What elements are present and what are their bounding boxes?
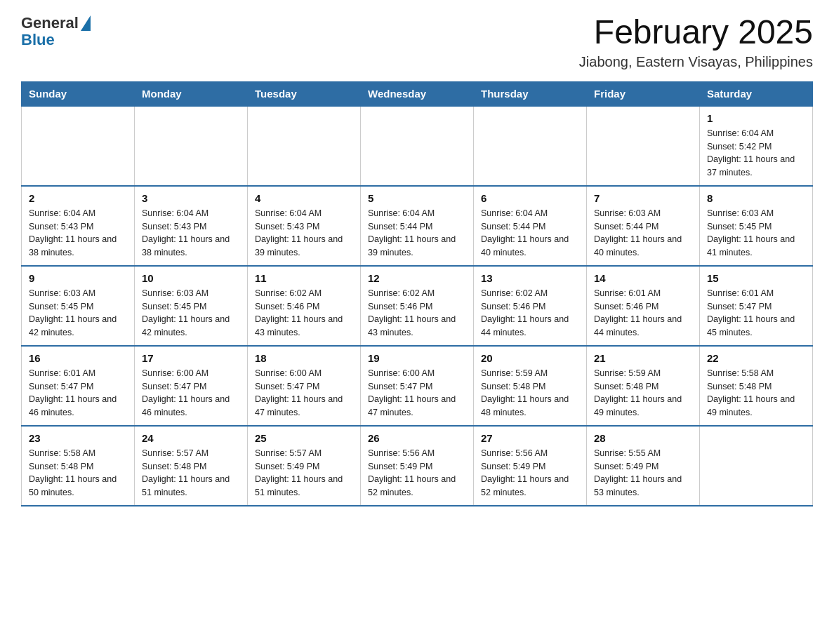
title-area: February 2025 Jiabong, Eastern Visayas, … [579,14,813,70]
page-header: General Blue February 2025 Jiabong, East… [21,14,813,70]
calendar-cell-w3-d4: 20Sunrise: 5:59 AMSunset: 5:48 PMDayligh… [474,346,587,426]
day-number-8: 8 [707,192,805,204]
logo-general-text: General [21,14,79,32]
day-info-16: Sunrise: 6:01 AMSunset: 5:47 PMDaylight:… [29,367,127,420]
week-row-2: 9Sunrise: 6:03 AMSunset: 5:45 PMDaylight… [22,266,813,346]
calendar-cell-w1-d0: 2Sunrise: 6:04 AMSunset: 5:43 PMDaylight… [22,186,135,266]
day-number-24: 24 [142,432,240,444]
day-info-2: Sunrise: 6:04 AMSunset: 5:43 PMDaylight:… [29,207,127,260]
week-row-1: 2Sunrise: 6:04 AMSunset: 5:43 PMDaylight… [22,186,813,266]
day-number-27: 27 [481,432,579,444]
calendar-cell-w0-d0 [22,106,135,186]
day-info-19: Sunrise: 6:00 AMSunset: 5:47 PMDaylight:… [368,367,466,420]
calendar-cell-w3-d3: 19Sunrise: 6:00 AMSunset: 5:47 PMDayligh… [361,346,474,426]
day-number-7: 7 [594,192,692,204]
day-info-27: Sunrise: 5:56 AMSunset: 5:49 PMDaylight:… [481,447,579,499]
logo: General Blue [21,14,91,49]
calendar-cell-w2-d1: 10Sunrise: 6:03 AMSunset: 5:45 PMDayligh… [135,266,248,346]
calendar-cell-w3-d6: 22Sunrise: 5:58 AMSunset: 5:48 PMDayligh… [700,346,813,426]
day-number-6: 6 [481,192,579,204]
calendar-cell-w0-d6: 1Sunrise: 6:04 AMSunset: 5:42 PMDaylight… [700,106,813,186]
day-info-21: Sunrise: 5:59 AMSunset: 5:48 PMDaylight:… [594,367,692,420]
day-number-25: 25 [255,432,353,444]
calendar-cell-w2-d4: 13Sunrise: 6:02 AMSunset: 5:46 PMDayligh… [474,266,587,346]
calendar-cell-w2-d2: 11Sunrise: 6:02 AMSunset: 5:46 PMDayligh… [248,266,361,346]
calendar-cell-w3-d2: 18Sunrise: 6:00 AMSunset: 5:47 PMDayligh… [248,346,361,426]
day-number-10: 10 [142,272,240,284]
calendar-cell-w4-d2: 25Sunrise: 5:57 AMSunset: 5:49 PMDayligh… [248,426,361,506]
day-number-16: 16 [29,352,127,364]
subtitle: Jiabong, Eastern Visayas, Philippines [579,54,813,70]
calendar-cell-w0-d5 [587,106,700,186]
day-info-6: Sunrise: 6:04 AMSunset: 5:44 PMDaylight:… [481,207,579,260]
day-number-19: 19 [368,352,466,364]
logo-top: General [21,14,91,32]
calendar-cell-w4-d5: 28Sunrise: 5:55 AMSunset: 5:49 PMDayligh… [587,426,700,506]
col-friday: Friday [587,81,700,106]
day-number-2: 2 [29,192,127,204]
calendar-cell-w2-d3: 12Sunrise: 6:02 AMSunset: 5:46 PMDayligh… [361,266,474,346]
day-number-17: 17 [142,352,240,364]
calendar-cell-w4-d4: 27Sunrise: 5:56 AMSunset: 5:49 PMDayligh… [474,426,587,506]
day-info-22: Sunrise: 5:58 AMSunset: 5:48 PMDaylight:… [707,367,805,420]
calendar-cell-w3-d0: 16Sunrise: 6:01 AMSunset: 5:47 PMDayligh… [22,346,135,426]
day-info-20: Sunrise: 5:59 AMSunset: 5:48 PMDaylight:… [481,367,579,420]
calendar-cell-w2-d0: 9Sunrise: 6:03 AMSunset: 5:45 PMDaylight… [22,266,135,346]
calendar-cell-w4-d1: 24Sunrise: 5:57 AMSunset: 5:48 PMDayligh… [135,426,248,506]
day-info-14: Sunrise: 6:01 AMSunset: 5:46 PMDaylight:… [594,287,692,340]
day-number-15: 15 [707,272,805,284]
day-number-21: 21 [594,352,692,364]
col-monday: Monday [135,81,248,106]
calendar-cell-w0-d1 [135,106,248,186]
calendar-cell-w1-d5: 7Sunrise: 6:03 AMSunset: 5:44 PMDaylight… [587,186,700,266]
calendar-cell-w1-d3: 5Sunrise: 6:04 AMSunset: 5:44 PMDaylight… [361,186,474,266]
day-number-26: 26 [368,432,466,444]
day-number-3: 3 [142,192,240,204]
day-number-1: 1 [707,112,805,124]
day-info-7: Sunrise: 6:03 AMSunset: 5:44 PMDaylight:… [594,207,692,260]
day-number-11: 11 [255,272,353,284]
calendar-cell-w1-d2: 4Sunrise: 6:04 AMSunset: 5:43 PMDaylight… [248,186,361,266]
day-number-18: 18 [255,352,353,364]
day-number-14: 14 [594,272,692,284]
day-info-26: Sunrise: 5:56 AMSunset: 5:49 PMDaylight:… [368,447,466,499]
calendar-header-row: Sunday Monday Tuesday Wednesday Thursday… [22,81,813,106]
calendar-cell-w0-d3 [361,106,474,186]
calendar-cell-w0-d4 [474,106,587,186]
calendar-cell-w4-d0: 23Sunrise: 5:58 AMSunset: 5:48 PMDayligh… [22,426,135,506]
day-number-22: 22 [707,352,805,364]
day-info-28: Sunrise: 5:55 AMSunset: 5:49 PMDaylight:… [594,447,692,499]
day-info-10: Sunrise: 6:03 AMSunset: 5:45 PMDaylight:… [142,287,240,340]
day-info-3: Sunrise: 6:04 AMSunset: 5:43 PMDaylight:… [142,207,240,260]
col-saturday: Saturday [700,81,813,106]
calendar-cell-w3-d1: 17Sunrise: 6:00 AMSunset: 5:47 PMDayligh… [135,346,248,426]
day-info-1: Sunrise: 6:04 AMSunset: 5:42 PMDaylight:… [707,127,805,180]
day-number-13: 13 [481,272,579,284]
day-number-28: 28 [594,432,692,444]
calendar-cell-w1-d4: 6Sunrise: 6:04 AMSunset: 5:44 PMDaylight… [474,186,587,266]
week-row-3: 16Sunrise: 6:01 AMSunset: 5:47 PMDayligh… [22,346,813,426]
calendar-cell-w2-d5: 14Sunrise: 6:01 AMSunset: 5:46 PMDayligh… [587,266,700,346]
day-info-5: Sunrise: 6:04 AMSunset: 5:44 PMDaylight:… [368,207,466,260]
day-info-18: Sunrise: 6:00 AMSunset: 5:47 PMDaylight:… [255,367,353,420]
day-number-23: 23 [29,432,127,444]
day-info-12: Sunrise: 6:02 AMSunset: 5:46 PMDaylight:… [368,287,466,340]
logo-triangle-icon [81,15,91,31]
day-info-11: Sunrise: 6:02 AMSunset: 5:46 PMDaylight:… [255,287,353,340]
day-info-9: Sunrise: 6:03 AMSunset: 5:45 PMDaylight:… [29,287,127,340]
main-title: February 2025 [579,14,813,51]
logo-blue-text: Blue [21,31,55,49]
col-sunday: Sunday [22,81,135,106]
week-row-4: 23Sunrise: 5:58 AMSunset: 5:48 PMDayligh… [22,426,813,506]
week-row-0: 1Sunrise: 6:04 AMSunset: 5:42 PMDaylight… [22,106,813,186]
day-info-13: Sunrise: 6:02 AMSunset: 5:46 PMDaylight:… [481,287,579,340]
day-number-5: 5 [368,192,466,204]
col-tuesday: Tuesday [248,81,361,106]
day-number-4: 4 [255,192,353,204]
day-info-8: Sunrise: 6:03 AMSunset: 5:45 PMDaylight:… [707,207,805,260]
day-info-4: Sunrise: 6:04 AMSunset: 5:43 PMDaylight:… [255,207,353,260]
day-info-17: Sunrise: 6:00 AMSunset: 5:47 PMDaylight:… [142,367,240,420]
calendar-cell-w1-d6: 8Sunrise: 6:03 AMSunset: 5:45 PMDaylight… [700,186,813,266]
col-wednesday: Wednesday [361,81,474,106]
day-info-25: Sunrise: 5:57 AMSunset: 5:49 PMDaylight:… [255,447,353,499]
